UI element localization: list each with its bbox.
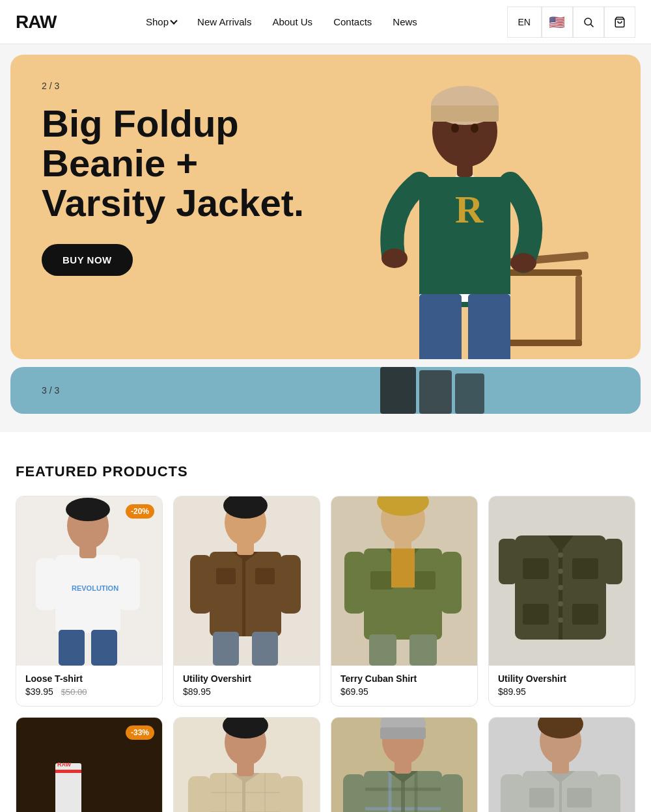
product-card-7[interactable]: Flannel Shirt $69.95 — [331, 717, 478, 812]
nav-shop[interactable]: Shop — [146, 16, 176, 27]
svg-rect-46 — [279, 555, 301, 614]
chevron-down-icon — [170, 17, 177, 24]
cart-button[interactable] — [604, 7, 635, 38]
svg-rect-41 — [255, 568, 275, 584]
svg-rect-64 — [523, 558, 549, 579]
featured-title: FEATURED PRODUCTS — [16, 463, 635, 480]
svg-rect-52 — [370, 571, 393, 589]
svg-point-71 — [558, 585, 563, 590]
svg-rect-97 — [188, 776, 211, 812]
product-figure-8 — [489, 718, 632, 812]
product-image-2 — [174, 496, 320, 666]
svg-rect-98 — [280, 776, 303, 812]
product-card-1[interactable]: -20% REVOLUTION — [16, 496, 163, 707]
product-name-3: Terry Cuban Shirt — [340, 673, 468, 684]
svg-rect-113 — [441, 774, 463, 812]
product-card-3[interactable]: Terry Cuban Shirt $69.95 — [331, 496, 478, 707]
product-info-3: Terry Cuban Shirt $69.95 — [331, 666, 477, 706]
product-price-4: $89.95 — [498, 686, 626, 697]
product-card-2[interactable]: Utility Overshirt $89.95 — [173, 496, 320, 707]
svg-text:REVOLUTION: REVOLUTION — [72, 584, 118, 592]
svg-rect-117 — [380, 727, 426, 739]
hero-model: R — [328, 55, 602, 359]
svg-point-72 — [558, 601, 563, 606]
logo[interactable]: RAW — [16, 12, 56, 33]
product-image-8 — [489, 718, 635, 812]
svg-rect-120 — [529, 788, 554, 807]
svg-point-70 — [558, 569, 563, 574]
product-card-8[interactable]: Utility Overshirt $89.95 — [488, 717, 635, 812]
product-price-2: $89.95 — [183, 686, 311, 697]
svg-point-20 — [510, 253, 536, 273]
svg-rect-123 — [501, 774, 524, 812]
svg-point-18 — [471, 124, 478, 133]
svg-rect-48 — [252, 632, 278, 666]
svg-rect-47 — [213, 632, 239, 666]
product-info-4: Utility Overshirt $89.95 — [489, 666, 635, 706]
product-info-2: Utility Overshirt $89.95 — [174, 666, 320, 706]
flag-button[interactable]: 🇺🇸 — [542, 7, 573, 38]
svg-rect-21 — [419, 294, 462, 359]
svg-rect-38 — [242, 552, 245, 636]
buy-now-button[interactable]: BUY NOW — [42, 244, 133, 276]
nav-about-us[interactable]: About Us — [272, 16, 312, 27]
svg-point-17 — [451, 124, 459, 133]
svg-rect-60 — [369, 634, 396, 666]
product-figure-1: REVOLUTION — [16, 496, 159, 666]
svg-rect-55 — [441, 552, 462, 614]
product-figure-6 — [174, 718, 317, 812]
hero-slide-2: 3 / 3 — [10, 367, 641, 414]
slide-counter-2: 3 / 3 — [42, 385, 59, 396]
svg-rect-16 — [431, 105, 499, 122]
svg-rect-53 — [413, 571, 436, 589]
nav-actions: EN 🇺🇸 — [507, 7, 635, 38]
nav-contacts[interactable]: Contacts — [333, 16, 372, 27]
svg-rect-88 — [55, 770, 81, 773]
svg-point-19 — [381, 249, 408, 268]
svg-rect-65 — [572, 558, 598, 579]
product-image-6 — [174, 718, 320, 812]
slide-content: 2 / 3 Big Foldup Beanie + Varsity Jacket… — [42, 81, 315, 276]
product-card-4[interactable]: Utility Overshirt $89.95 — [488, 496, 635, 707]
hero-slide-1: 2 / 3 Big Foldup Beanie + Varsity Jacket… — [10, 55, 641, 359]
svg-rect-112 — [343, 774, 365, 812]
discount-badge-5: -33% — [126, 725, 154, 740]
svg-rect-22 — [468, 294, 510, 359]
svg-rect-124 — [597, 774, 620, 812]
featured-section: FEATURED PRODUCTS -20% REVOLUTION — [0, 432, 651, 812]
product-image-1: -20% REVOLUTION — [16, 496, 162, 666]
discount-badge-1: -20% — [126, 504, 154, 519]
svg-text:RAW: RAW — [57, 761, 72, 768]
svg-rect-61 — [409, 634, 437, 666]
product-image-7 — [331, 718, 477, 812]
svg-rect-67 — [572, 604, 598, 625]
slide2-figures — [380, 367, 575, 414]
svg-point-0 — [585, 18, 592, 25]
svg-rect-121 — [567, 788, 592, 807]
svg-rect-6 — [575, 276, 582, 341]
product-name-2: Utility Overshirt — [183, 673, 311, 684]
svg-rect-27 — [455, 373, 484, 414]
product-image-4 — [489, 496, 635, 666]
svg-rect-25 — [380, 367, 416, 414]
search-icon — [583, 16, 594, 28]
product-image-5: -33% VANS — [16, 718, 162, 812]
svg-rect-45 — [190, 555, 212, 614]
product-card-5[interactable]: -33% VANS — [16, 717, 163, 812]
nav-new-arrivals[interactable]: New Arrivals — [197, 16, 251, 27]
nav-news[interactable]: News — [393, 16, 417, 27]
model-illustration: R — [335, 55, 595, 359]
product-card-6[interactable]: Utility Overshirt $89.95 — [173, 717, 320, 812]
hero-section: 2 / 3 Big Foldup Beanie + Varsity Jacket… — [0, 44, 651, 432]
product-price-1: $39.95 $50.00 — [25, 686, 153, 697]
svg-rect-75 — [604, 539, 622, 584]
svg-point-73 — [558, 617, 563, 623]
svg-rect-33 — [36, 558, 57, 610]
language-button[interactable]: EN — [507, 7, 542, 38]
svg-rect-36 — [91, 630, 117, 666]
product-figure-4 — [489, 496, 632, 666]
products-grid: -20% REVOLUTION — [16, 496, 635, 812]
search-button[interactable] — [573, 7, 604, 38]
svg-text:R: R — [455, 188, 484, 231]
slide-counter-1: 2 / 3 — [42, 81, 315, 91]
